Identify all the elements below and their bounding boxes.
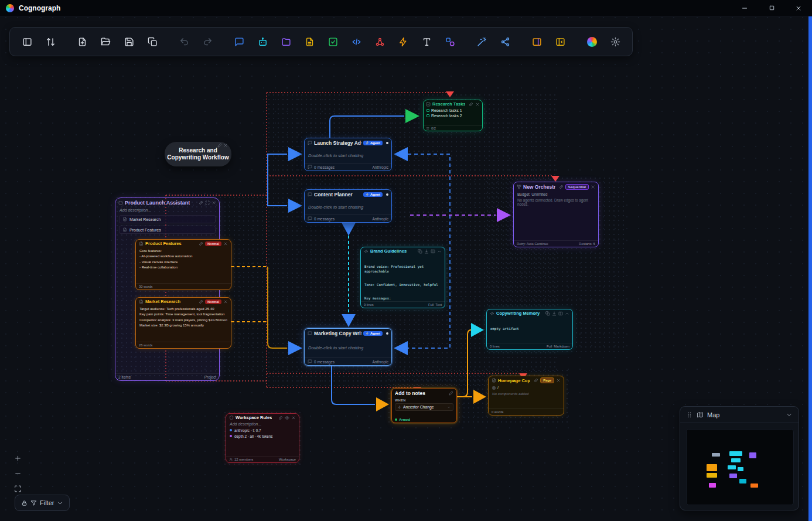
workspace-description[interactable]: Add description... <box>230 422 295 427</box>
task-row[interactable]: Research tasks 1 <box>427 108 479 113</box>
node-product-features[interactable]: Product Features Normal Core features: -… <box>135 239 231 290</box>
link-icon[interactable] <box>534 378 538 383</box>
download-icon[interactable] <box>552 311 557 316</box>
add-document-node-button[interactable] <box>299 32 319 52</box>
link-icon[interactable] <box>559 185 564 189</box>
node-new-orchestrator[interactable]: New Orchestrator Sequential Budget: Unli… <box>513 182 599 247</box>
add-shapes-node-button[interactable] <box>440 32 460 52</box>
close-icon[interactable] <box>291 416 296 420</box>
chat-hint[interactable]: Double-click to start chatting <box>305 199 391 214</box>
zoom-out-button[interactable] <box>11 466 25 479</box>
close-icon[interactable] <box>475 102 480 107</box>
add-code-node-button[interactable] <box>346 32 366 52</box>
link-icon[interactable] <box>278 416 283 420</box>
minimize-button[interactable] <box>731 0 758 16</box>
panel-right-button[interactable] <box>527 32 547 52</box>
copy-icon[interactable] <box>545 311 550 316</box>
close-button[interactable] <box>785 0 812 16</box>
add-folder-node-button[interactable] <box>276 32 296 52</box>
save-button[interactable] <box>119 32 139 52</box>
minimap-panel[interactable]: Map <box>680 406 799 510</box>
download-icon[interactable] <box>424 249 429 254</box>
copy-icon[interactable] <box>418 249 422 254</box>
node-brand-guidelines[interactable]: Brand Guidelines Brand voice: Profession… <box>360 247 445 308</box>
minimap-header[interactable]: Map <box>680 407 799 423</box>
mode-badge[interactable]: Sequential <box>565 184 589 190</box>
new-file-button[interactable] <box>72 32 92 52</box>
eye-icon[interactable] <box>285 416 289 420</box>
settings-button[interactable] <box>605 32 625 52</box>
view-mode[interactable]: Full <box>428 303 434 307</box>
add-text-node-button[interactable] <box>417 32 436 52</box>
chat-hint[interactable]: Double-click to start chatting <box>305 148 391 163</box>
node-copywriting-memory[interactable]: Copywriting Memory empty artifact 0 line… <box>486 309 573 350</box>
node-homepage-copy[interactable]: Homepage Copy Page / No components added… <box>488 376 564 416</box>
maximize-button[interactable] <box>758 0 785 16</box>
project-item[interactable]: Product Features <box>119 226 216 234</box>
collapse-panel-button[interactable] <box>550 32 570 52</box>
filter-button[interactable]: Filter <box>15 495 70 511</box>
close-icon[interactable] <box>591 185 595 189</box>
node-launch-strategy-advisor[interactable]: Launch Strategy Advisor Agent Double-cli… <box>304 138 392 171</box>
node-add-to-notes[interactable]: Add to notes WHEN Ancestor Change Armed <box>391 388 457 423</box>
open-folder-button[interactable] <box>95 32 115 52</box>
link-icon[interactable] <box>199 299 203 304</box>
project-description[interactable]: Add description... <box>115 207 219 214</box>
split-view-icon[interactable] <box>431 249 435 254</box>
node-market-research[interactable]: Market Research Normal Target audience: … <box>135 297 231 349</box>
link-icon[interactable] <box>469 102 473 107</box>
checkbox-icon[interactable] <box>427 114 429 117</box>
note-content[interactable]: Target audience: Tech professionals aged… <box>136 305 231 342</box>
project-item[interactable]: Market Research <box>119 215 216 223</box>
priority-badge[interactable]: Normal <box>205 299 221 304</box>
checkbox-icon[interactable] <box>427 109 429 112</box>
add-trigger-node-button[interactable] <box>393 32 413 52</box>
add-task-node-button[interactable] <box>323 32 343 52</box>
link-icon[interactable] <box>199 200 203 205</box>
minimap-viewport[interactable] <box>686 429 794 505</box>
add-network-node-button[interactable] <box>370 32 390 52</box>
expand-icon[interactable] <box>205 200 210 205</box>
node-marketing-copy-writer[interactable]: Marketing Copy Writer Agent Double-click… <box>304 328 392 366</box>
undo-button[interactable] <box>174 32 194 52</box>
edit-icon[interactable] <box>449 391 453 396</box>
magic-wand-button[interactable] <box>472 32 492 52</box>
language-label[interactable]: Markdown <box>554 345 569 348</box>
close-icon[interactable] <box>556 378 561 383</box>
node-research-tasks[interactable]: Research Tasks Research tasks 1 Research… <box>423 100 483 131</box>
trigger-select[interactable]: Ancestor Change <box>395 403 453 411</box>
rule-row[interactable]: depth 2 · all · 4k tokens <box>230 433 295 439</box>
language-label[interactable]: Text <box>435 303 442 307</box>
add-chat-node-button[interactable] <box>229 32 249 52</box>
collapse-icon[interactable] <box>437 249 442 254</box>
redo-button[interactable] <box>197 32 217 52</box>
link-icon[interactable] <box>199 241 203 246</box>
code-content[interactable]: Brand voice: Professional yet approachab… <box>361 255 445 301</box>
rule-row[interactable]: anthropic · t: 0.7 <box>230 427 295 433</box>
sort-arrows-button[interactable] <box>40 32 60 52</box>
close-icon[interactable] <box>223 241 228 246</box>
node-workspace-rules[interactable]: Workspace Rules Add description... anthr… <box>226 413 299 463</box>
workflow-label[interactable]: Research and Copywriting Workflow <box>165 142 231 166</box>
close-icon[interactable] <box>223 143 228 148</box>
share-graph-button[interactable] <box>495 32 515 52</box>
priority-badge[interactable]: Normal <box>205 241 221 246</box>
note-content[interactable]: Core features: - AI-powered workflow aut… <box>136 247 231 283</box>
task-row[interactable]: Research tasks 2 <box>427 113 479 118</box>
duplicate-button[interactable] <box>142 32 162 52</box>
code-content[interactable]: empty artifact <box>487 317 572 343</box>
add-bot-node-button[interactable] <box>253 32 272 52</box>
drag-handle-icon[interactable] <box>686 411 693 418</box>
collapse-icon[interactable] <box>565 311 569 316</box>
close-icon[interactable] <box>211 200 216 205</box>
edit-icon[interactable] <box>217 143 222 148</box>
palette-button[interactable] <box>582 32 602 52</box>
panel-left-button[interactable] <box>17 32 37 52</box>
node-content-planner[interactable]: Content Planner Agent Double-click to st… <box>304 189 392 223</box>
chat-hint[interactable]: Double-click to start chatting <box>305 338 391 357</box>
view-mode[interactable]: Full <box>547 345 552 348</box>
side-panel-toggle-strip[interactable] <box>808 16 812 521</box>
close-icon[interactable] <box>223 299 228 304</box>
collapse-minimap-icon[interactable] <box>786 411 793 418</box>
zoom-in-button[interactable] <box>11 451 25 464</box>
